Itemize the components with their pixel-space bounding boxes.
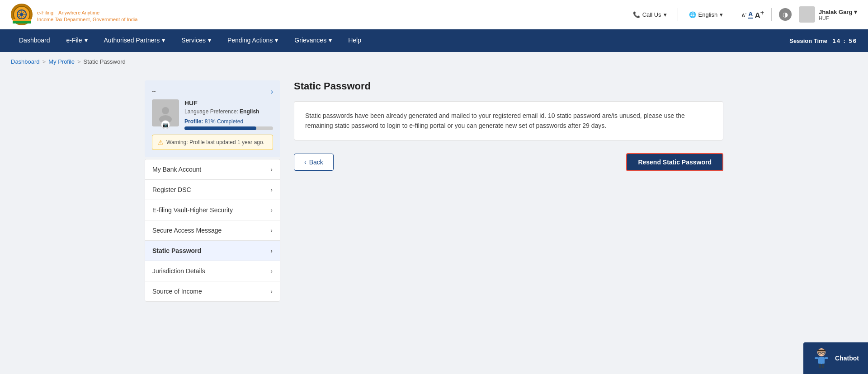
warning-box: ⚠ Warning: Profile last updated 1 year a… bbox=[152, 135, 273, 150]
session-time: Session Time 14 : 56 bbox=[789, 37, 857, 44]
menu-arrow-bank: › bbox=[270, 166, 273, 173]
logo-area: e-Filing Anywhere Anytime Income Tax Dep… bbox=[11, 4, 137, 25]
nav-services[interactable]: Services ▾ bbox=[173, 29, 219, 52]
nav-dashboard[interactable]: Dashboard bbox=[11, 29, 58, 52]
lang-label: Language Preference: bbox=[184, 108, 238, 115]
efiling-label: e-Filing Anywhere Anytime bbox=[37, 7, 137, 17]
nav-partners-chevron: ▾ bbox=[162, 37, 165, 44]
top-header: e-Filing Anywhere Anytime Income Tax Dep… bbox=[0, 0, 868, 29]
divider-2 bbox=[734, 8, 734, 21]
header-right: 📞 Call Us ▾ 🌐 English ▾ A- A A+ ◑ Jhalak… bbox=[629, 6, 857, 23]
menu-item-register-dsc[interactable]: Register DSC › bbox=[145, 179, 280, 200]
user-name-text: Jhalak Garg bbox=[819, 9, 852, 15]
camera-icon[interactable]: 📷 bbox=[161, 120, 170, 129]
resend-static-password-button[interactable]: Resend Static Password bbox=[626, 153, 723, 171]
profile-dashes: -- bbox=[152, 88, 156, 94]
nav-partners-label: Authorised Partners bbox=[104, 37, 160, 44]
font-decrease-button[interactable]: A- bbox=[741, 11, 746, 18]
nav-efile-label: e-File bbox=[66, 37, 82, 44]
language-button[interactable]: 🌐 English ▾ bbox=[685, 9, 727, 20]
main-content: -- › 📷 HUF Language Preferenc bbox=[118, 71, 750, 311]
menu-arrow-static: › bbox=[270, 247, 273, 254]
breadcrumb: Dashboard > My Profile > Static Password bbox=[0, 52, 868, 71]
font-increase-button[interactable]: A+ bbox=[755, 9, 764, 20]
menu-item-bank-account[interactable]: My Bank Account › bbox=[145, 159, 280, 179]
menu-arrow-source: › bbox=[270, 288, 273, 295]
menu-arrow-secure: › bbox=[270, 227, 273, 234]
breadcrumb-myprofile[interactable]: My Profile bbox=[48, 58, 75, 65]
profile-card-header: -- › bbox=[152, 88, 273, 96]
profile-expand-icon[interactable]: › bbox=[271, 88, 273, 96]
progress-value: 81% Completed bbox=[205, 118, 243, 125]
menu-item-secure-access[interactable]: Secure Access Message › bbox=[145, 220, 280, 240]
back-chevron-icon: ‹ bbox=[304, 159, 307, 166]
nav-services-label: Services bbox=[181, 37, 206, 44]
back-button[interactable]: ‹ Back bbox=[294, 154, 334, 171]
font-normal-button[interactable]: A bbox=[748, 10, 753, 19]
menu-list: My Bank Account › Register DSC › E-filin… bbox=[145, 159, 280, 302]
menu-label-static: Static Password bbox=[152, 247, 201, 254]
page-title: Static Password bbox=[294, 80, 723, 92]
profile-lang: Language Preference: English bbox=[184, 108, 273, 115]
call-us-button[interactable]: 📞 Call Us ▾ bbox=[629, 9, 670, 20]
session-time-value: 14 : 56 bbox=[833, 37, 857, 44]
menu-item-jurisdiction[interactable]: Jurisdiction Details › bbox=[145, 261, 280, 281]
lang-chevron-icon: ▾ bbox=[720, 11, 723, 18]
nav-pending-actions[interactable]: Pending Actions ▾ bbox=[219, 29, 286, 52]
nav-grievances-label: Grievances bbox=[294, 37, 326, 44]
menu-item-source-income[interactable]: Source of Income › bbox=[145, 281, 280, 302]
user-info: Jhalak Garg ▾ HUF bbox=[819, 9, 857, 21]
menu-arrow-vault: › bbox=[270, 206, 273, 214]
profile-role: HUF bbox=[184, 99, 273, 107]
left-panel: -- › 📷 HUF Language Preferenc bbox=[145, 80, 280, 302]
menu-label-bank: My Bank Account bbox=[152, 166, 201, 173]
phone-icon: 📞 bbox=[633, 11, 640, 18]
menu-label-source: Source of Income bbox=[152, 288, 202, 295]
svg-rect-8 bbox=[13, 21, 31, 23]
user-role: HUF bbox=[819, 15, 857, 21]
svg-point-9 bbox=[162, 107, 169, 114]
menu-label-vault: E-filing Vault-Higher Security bbox=[152, 206, 233, 214]
progress-bar-fill bbox=[184, 126, 256, 130]
progress-bar-bg bbox=[184, 126, 273, 130]
contrast-icon: ◑ bbox=[783, 11, 788, 18]
contrast-button[interactable]: ◑ bbox=[779, 8, 792, 21]
profile-card: -- › 📷 HUF Language Preferenc bbox=[145, 80, 280, 157]
call-us-label: Call Us bbox=[642, 11, 661, 18]
breadcrumb-dashboard[interactable]: Dashboard bbox=[11, 58, 40, 65]
efiling-main: e-Filing bbox=[37, 10, 53, 15]
font-controls: A- A A+ bbox=[741, 9, 764, 20]
user-area[interactable]: Jhalak Garg ▾ HUF bbox=[799, 6, 857, 23]
anywhere-anytime: Anywhere Anytime bbox=[58, 10, 99, 15]
language-label: English bbox=[698, 11, 718, 18]
nav-efile[interactable]: e-File ▾ bbox=[58, 29, 96, 52]
divider-3 bbox=[771, 8, 772, 21]
nav-authorised-partners[interactable]: Authorised Partners ▾ bbox=[96, 29, 174, 52]
back-label: Back bbox=[309, 159, 323, 166]
breadcrumb-sep-2: > bbox=[77, 58, 81, 65]
call-chevron-icon: ▾ bbox=[664, 11, 667, 18]
profile-details: HUF Language Preference: English Profile… bbox=[184, 99, 273, 130]
nav-services-chevron: ▾ bbox=[208, 37, 211, 44]
info-box: Static passwords have been already gener… bbox=[294, 101, 723, 140]
menu-arrow-jurisdiction: › bbox=[270, 267, 273, 275]
breadcrumb-sep-1: > bbox=[42, 58, 46, 65]
logo-emblem bbox=[11, 4, 33, 25]
warning-text: Warning: Profile last updated 1 year ago… bbox=[166, 139, 264, 145]
profile-avatar-wrap: 📷 bbox=[152, 99, 179, 126]
menu-item-static-password[interactable]: Static Password › bbox=[145, 240, 280, 261]
nav-efile-chevron: ▾ bbox=[85, 37, 88, 44]
menu-label-dsc: Register DSC bbox=[152, 186, 191, 193]
menu-item-vault[interactable]: E-filing Vault-Higher Security › bbox=[145, 200, 280, 220]
right-panel: Static Password Static passwords have be… bbox=[294, 80, 723, 302]
divider-1 bbox=[678, 8, 678, 21]
progress-prefix: Profile: bbox=[184, 118, 203, 125]
globe-icon: 🌐 bbox=[689, 11, 696, 18]
menu-arrow-dsc: › bbox=[270, 186, 273, 193]
svg-rect-7 bbox=[13, 19, 31, 21]
nav-grievances[interactable]: Grievances ▾ bbox=[286, 29, 340, 52]
nav-grievances-chevron: ▾ bbox=[329, 37, 332, 44]
nav-help[interactable]: Help bbox=[340, 29, 369, 52]
user-chevron-icon: ▾ bbox=[854, 9, 857, 15]
progress-label-text: Profile: 81% Completed bbox=[184, 118, 273, 125]
